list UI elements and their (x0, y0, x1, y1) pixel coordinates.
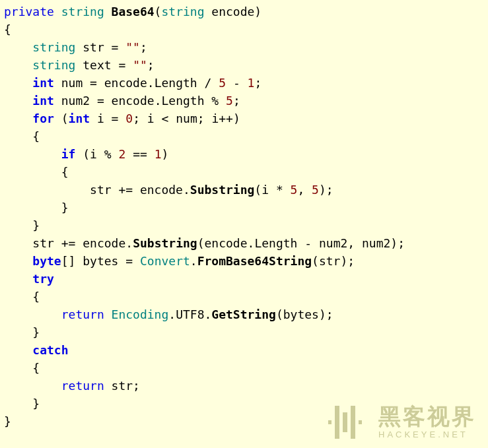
mname-substring-1: Substring (190, 183, 255, 197)
id-text: text (83, 58, 111, 72)
id-encode-3: encode (140, 183, 183, 197)
id-i-5: i (261, 183, 269, 197)
id-i-2: i (147, 112, 155, 125)
prop-length-2: Length (161, 94, 204, 108)
kw-private: private (4, 5, 54, 18)
id-num: num (61, 76, 83, 90)
type-convert: Convert (140, 254, 190, 268)
id-str: str (83, 40, 104, 54)
id-encode-1: encode (104, 76, 147, 90)
lit-2: 2 (118, 147, 125, 161)
lit-1a: 1 (248, 76, 255, 90)
lit-5a: 5 (219, 76, 226, 90)
lit-0: 0 (125, 112, 133, 125)
kw-return-2: return (61, 379, 104, 393)
lit-5b: 5 (226, 94, 233, 108)
mname-getstring: GetString (211, 307, 276, 321)
type-string: string (61, 5, 104, 18)
lit-empty-1: "" (125, 40, 140, 54)
id-i-3: i (211, 112, 219, 125)
prop-length-1: Length (155, 76, 197, 90)
kw-return-1: return (61, 307, 104, 321)
id-num2: num2 (61, 94, 90, 108)
id-encode-5: encode (205, 236, 248, 250)
kw-if: if (61, 147, 76, 161)
prop-length-3: Length (254, 236, 297, 250)
type-string-var1: string (32, 40, 75, 54)
id-encode-2: encode (112, 94, 155, 108)
lit-empty-2: "" (133, 58, 147, 72)
id-bytes: bytes (83, 254, 118, 268)
method-name: Base64 (112, 5, 155, 18)
kw-for: for (32, 112, 54, 125)
id-encode-4: encode (83, 236, 125, 250)
code-block: private string Base64(string encode) { s… (0, 0, 488, 430)
type-encoding: Encoding (112, 307, 169, 321)
kw-catch: catch (32, 343, 68, 357)
id-num2-ref2: num2 (362, 236, 390, 250)
lit-5d: 5 (312, 183, 319, 197)
watermark-en: HACKEYE.NET (378, 430, 476, 439)
id-num2-ref1: num2 (319, 236, 347, 250)
id-str-ref1: str (90, 183, 112, 197)
lit-1b: 1 (155, 147, 162, 161)
type-string-param: string (161, 5, 204, 18)
kw-int-2: int (32, 94, 54, 108)
type-string-var2: string (32, 58, 75, 72)
lit-5c: 5 (291, 183, 298, 197)
id-bytes-ref: bytes (283, 307, 319, 321)
id-i-1: i (97, 112, 104, 125)
kw-int-1: int (32, 76, 54, 90)
id-str-ref4: str (112, 379, 133, 393)
id-i-4: i (90, 147, 97, 161)
kw-byte: byte (32, 254, 61, 268)
mname-substring-2: Substring (133, 236, 197, 250)
id-num-ref: num (176, 112, 197, 125)
kw-try: try (32, 272, 54, 286)
param-encode: encode (211, 5, 254, 18)
id-str-ref2: str (32, 236, 54, 250)
id-str-ref3: str (319, 254, 341, 268)
kw-int-3: int (69, 112, 90, 125)
mname-frombase64: FromBase64String (197, 254, 312, 268)
id-utf8: UTF8 (176, 307, 204, 321)
